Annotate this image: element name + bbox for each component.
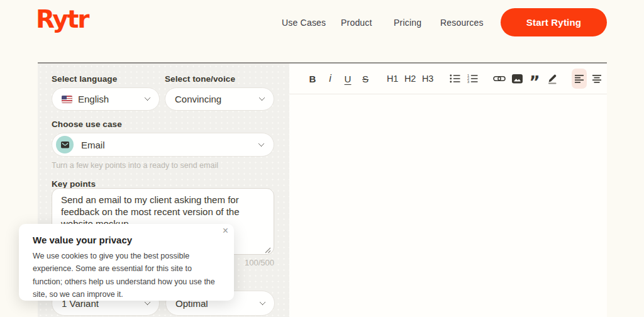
close-icon[interactable]: ×	[223, 225, 228, 236]
align-center-button[interactable]	[589, 69, 604, 89]
highlight-button[interactable]	[545, 69, 560, 89]
svg-text:3: 3	[467, 80, 469, 83]
pen-highlight-icon	[547, 73, 557, 84]
italic-button[interactable]: i	[323, 69, 338, 89]
quote-button[interactable]: ”	[527, 69, 542, 89]
key-points-label: Key points	[52, 179, 96, 189]
tone-value: Convincing	[175, 94, 221, 104]
ordered-list-button[interactable]: 1 2 3	[465, 69, 480, 89]
strikethrough-button[interactable]: S	[358, 69, 373, 89]
chevron-down-icon	[258, 140, 265, 147]
editor-area: B i U S H1 H2 H3 1 2 3	[289, 64, 607, 317]
cookie-body: We use cookies to give you the best poss…	[33, 250, 223, 301]
bold-button[interactable]: B	[305, 69, 320, 89]
link-icon	[493, 75, 506, 82]
use-case-value: Email	[81, 140, 105, 150]
nav-product[interactable]: Product	[341, 18, 372, 28]
align-left-icon	[575, 75, 584, 83]
align-left-button[interactable]	[572, 69, 587, 89]
nav-resources[interactable]: Resources	[440, 18, 484, 28]
language-value: English	[78, 94, 109, 104]
us-flag-icon	[62, 96, 72, 103]
editor-toolbar: B i U S H1 H2 H3 1 2 3	[289, 64, 607, 94]
bullet-list-button[interactable]	[447, 69, 462, 89]
cookie-banner: × We value your privacy We use cookies t…	[19, 224, 234, 301]
link-button[interactable]	[492, 69, 507, 89]
language-select[interactable]: English	[52, 87, 160, 111]
ordered-list-icon: 1 2 3	[467, 74, 478, 83]
chevron-down-icon	[260, 299, 266, 305]
heading2-button[interactable]: H2	[402, 69, 418, 89]
underline-button[interactable]: U	[340, 69, 355, 89]
rytr-logo[interactable]: Rytr	[36, 5, 89, 33]
image-button[interactable]	[509, 69, 525, 89]
use-case-label: Choose use case	[52, 120, 122, 129]
envelope-icon	[61, 142, 69, 148]
heading3-button[interactable]: H3	[420, 69, 435, 89]
chevron-down-icon	[259, 95, 265, 101]
heading1-button[interactable]: H1	[385, 69, 400, 89]
cookie-title: We value your privacy	[33, 235, 132, 245]
use-case-icon-badge	[56, 136, 74, 153]
bullet-list-icon	[450, 74, 460, 83]
editor-canvas[interactable]	[289, 94, 607, 316]
start-ryting-button[interactable]: Start Ryting	[501, 8, 607, 36]
nav-pricing[interactable]: Pricing	[394, 18, 421, 28]
tone-select[interactable]: Convincing	[165, 87, 274, 111]
image-icon	[512, 74, 523, 84]
use-case-hint: Turn a few key points into a ready to se…	[52, 161, 218, 170]
use-case-select[interactable]: Email	[52, 133, 274, 157]
nav-use-cases[interactable]: Use Cases	[282, 18, 326, 28]
align-center-icon	[592, 75, 601, 83]
language-label: Select language	[52, 74, 117, 84]
chevron-down-icon	[145, 95, 151, 101]
tone-label: Select tone/voice	[165, 74, 235, 84]
